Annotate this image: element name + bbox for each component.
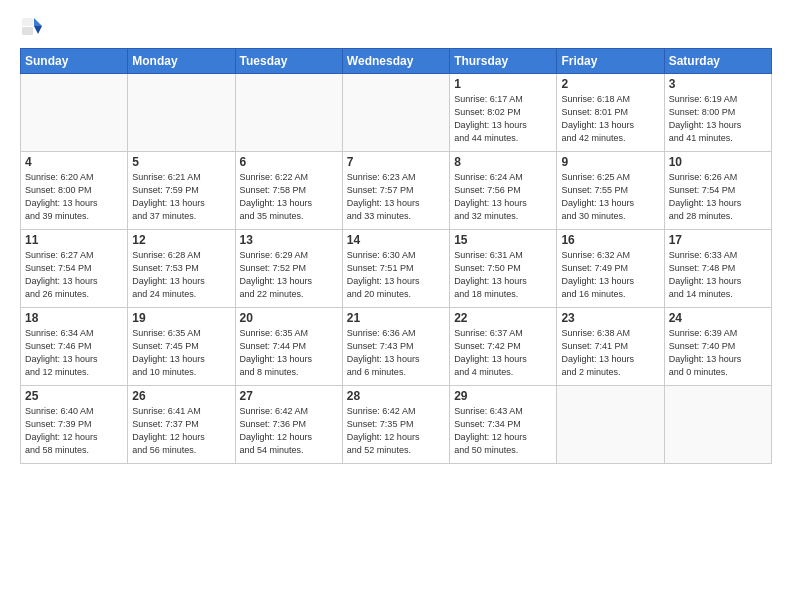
svg-rect-2 — [22, 18, 33, 26]
week-row-5: 25Sunrise: 6:40 AMSunset: 7:39 PMDayligh… — [21, 386, 772, 464]
calendar-cell: 12Sunrise: 6:28 AMSunset: 7:53 PMDayligh… — [128, 230, 235, 308]
day-info: Sunrise: 6:31 AMSunset: 7:50 PMDaylight:… — [454, 249, 552, 301]
day-number: 5 — [132, 155, 230, 169]
weekday-header-thursday: Thursday — [450, 49, 557, 74]
calendar-cell: 28Sunrise: 6:42 AMSunset: 7:35 PMDayligh… — [342, 386, 449, 464]
day-number: 8 — [454, 155, 552, 169]
weekday-header-sunday: Sunday — [21, 49, 128, 74]
day-number: 16 — [561, 233, 659, 247]
calendar-cell: 26Sunrise: 6:41 AMSunset: 7:37 PMDayligh… — [128, 386, 235, 464]
day-info: Sunrise: 6:21 AMSunset: 7:59 PMDaylight:… — [132, 171, 230, 223]
header-area — [20, 16, 772, 40]
day-number: 7 — [347, 155, 445, 169]
logo — [20, 16, 48, 40]
calendar-cell: 11Sunrise: 6:27 AMSunset: 7:54 PMDayligh… — [21, 230, 128, 308]
calendar-cell — [21, 74, 128, 152]
day-info: Sunrise: 6:35 AMSunset: 7:44 PMDaylight:… — [240, 327, 338, 379]
calendar-cell: 22Sunrise: 6:37 AMSunset: 7:42 PMDayligh… — [450, 308, 557, 386]
day-info: Sunrise: 6:23 AMSunset: 7:57 PMDaylight:… — [347, 171, 445, 223]
calendar-cell: 20Sunrise: 6:35 AMSunset: 7:44 PMDayligh… — [235, 308, 342, 386]
weekday-header-wednesday: Wednesday — [342, 49, 449, 74]
day-info: Sunrise: 6:28 AMSunset: 7:53 PMDaylight:… — [132, 249, 230, 301]
calendar-cell: 2Sunrise: 6:18 AMSunset: 8:01 PMDaylight… — [557, 74, 664, 152]
day-number: 13 — [240, 233, 338, 247]
svg-rect-3 — [22, 27, 33, 35]
page: SundayMondayTuesdayWednesdayThursdayFrid… — [0, 0, 792, 474]
day-number: 26 — [132, 389, 230, 403]
day-info: Sunrise: 6:38 AMSunset: 7:41 PMDaylight:… — [561, 327, 659, 379]
day-number: 15 — [454, 233, 552, 247]
calendar-cell — [557, 386, 664, 464]
day-info: Sunrise: 6:20 AMSunset: 8:00 PMDaylight:… — [25, 171, 123, 223]
day-info: Sunrise: 6:35 AMSunset: 7:45 PMDaylight:… — [132, 327, 230, 379]
calendar-cell: 14Sunrise: 6:30 AMSunset: 7:51 PMDayligh… — [342, 230, 449, 308]
logo-icon — [20, 16, 44, 40]
day-number: 18 — [25, 311, 123, 325]
day-number: 10 — [669, 155, 767, 169]
day-number: 1 — [454, 77, 552, 91]
day-info: Sunrise: 6:17 AMSunset: 8:02 PMDaylight:… — [454, 93, 552, 145]
calendar-cell: 13Sunrise: 6:29 AMSunset: 7:52 PMDayligh… — [235, 230, 342, 308]
weekday-header-monday: Monday — [128, 49, 235, 74]
calendar-cell: 29Sunrise: 6:43 AMSunset: 7:34 PMDayligh… — [450, 386, 557, 464]
day-number: 9 — [561, 155, 659, 169]
week-row-4: 18Sunrise: 6:34 AMSunset: 7:46 PMDayligh… — [21, 308, 772, 386]
day-info: Sunrise: 6:24 AMSunset: 7:56 PMDaylight:… — [454, 171, 552, 223]
day-info: Sunrise: 6:19 AMSunset: 8:00 PMDaylight:… — [669, 93, 767, 145]
calendar-cell: 5Sunrise: 6:21 AMSunset: 7:59 PMDaylight… — [128, 152, 235, 230]
calendar-cell: 16Sunrise: 6:32 AMSunset: 7:49 PMDayligh… — [557, 230, 664, 308]
day-number: 29 — [454, 389, 552, 403]
day-info: Sunrise: 6:27 AMSunset: 7:54 PMDaylight:… — [25, 249, 123, 301]
weekday-header-friday: Friday — [557, 49, 664, 74]
day-number: 20 — [240, 311, 338, 325]
day-number: 2 — [561, 77, 659, 91]
day-number: 27 — [240, 389, 338, 403]
day-info: Sunrise: 6:36 AMSunset: 7:43 PMDaylight:… — [347, 327, 445, 379]
day-info: Sunrise: 6:40 AMSunset: 7:39 PMDaylight:… — [25, 405, 123, 457]
calendar-cell: 8Sunrise: 6:24 AMSunset: 7:56 PMDaylight… — [450, 152, 557, 230]
calendar-cell: 18Sunrise: 6:34 AMSunset: 7:46 PMDayligh… — [21, 308, 128, 386]
calendar-cell: 1Sunrise: 6:17 AMSunset: 8:02 PMDaylight… — [450, 74, 557, 152]
day-info: Sunrise: 6:37 AMSunset: 7:42 PMDaylight:… — [454, 327, 552, 379]
calendar-cell: 17Sunrise: 6:33 AMSunset: 7:48 PMDayligh… — [664, 230, 771, 308]
week-row-2: 4Sunrise: 6:20 AMSunset: 8:00 PMDaylight… — [21, 152, 772, 230]
day-number: 14 — [347, 233, 445, 247]
day-info: Sunrise: 6:42 AMSunset: 7:35 PMDaylight:… — [347, 405, 445, 457]
day-number: 22 — [454, 311, 552, 325]
day-number: 21 — [347, 311, 445, 325]
day-number: 24 — [669, 311, 767, 325]
day-number: 19 — [132, 311, 230, 325]
calendar-cell: 9Sunrise: 6:25 AMSunset: 7:55 PMDaylight… — [557, 152, 664, 230]
day-number: 17 — [669, 233, 767, 247]
calendar-cell: 27Sunrise: 6:42 AMSunset: 7:36 PMDayligh… — [235, 386, 342, 464]
day-number: 4 — [25, 155, 123, 169]
day-info: Sunrise: 6:42 AMSunset: 7:36 PMDaylight:… — [240, 405, 338, 457]
calendar-cell: 21Sunrise: 6:36 AMSunset: 7:43 PMDayligh… — [342, 308, 449, 386]
day-info: Sunrise: 6:34 AMSunset: 7:46 PMDaylight:… — [25, 327, 123, 379]
day-number: 25 — [25, 389, 123, 403]
calendar-table: SundayMondayTuesdayWednesdayThursdayFrid… — [20, 48, 772, 464]
calendar-cell: 23Sunrise: 6:38 AMSunset: 7:41 PMDayligh… — [557, 308, 664, 386]
svg-marker-1 — [34, 26, 42, 34]
day-info: Sunrise: 6:18 AMSunset: 8:01 PMDaylight:… — [561, 93, 659, 145]
calendar-cell: 24Sunrise: 6:39 AMSunset: 7:40 PMDayligh… — [664, 308, 771, 386]
calendar-cell — [664, 386, 771, 464]
day-number: 3 — [669, 77, 767, 91]
day-number: 28 — [347, 389, 445, 403]
calendar-cell: 25Sunrise: 6:40 AMSunset: 7:39 PMDayligh… — [21, 386, 128, 464]
day-info: Sunrise: 6:26 AMSunset: 7:54 PMDaylight:… — [669, 171, 767, 223]
week-row-3: 11Sunrise: 6:27 AMSunset: 7:54 PMDayligh… — [21, 230, 772, 308]
svg-marker-0 — [34, 18, 42, 26]
day-number: 6 — [240, 155, 338, 169]
weekday-header-tuesday: Tuesday — [235, 49, 342, 74]
calendar-cell: 6Sunrise: 6:22 AMSunset: 7:58 PMDaylight… — [235, 152, 342, 230]
day-info: Sunrise: 6:30 AMSunset: 7:51 PMDaylight:… — [347, 249, 445, 301]
calendar-cell — [128, 74, 235, 152]
calendar-cell: 15Sunrise: 6:31 AMSunset: 7:50 PMDayligh… — [450, 230, 557, 308]
weekday-header-saturday: Saturday — [664, 49, 771, 74]
calendar-cell — [235, 74, 342, 152]
day-info: Sunrise: 6:22 AMSunset: 7:58 PMDaylight:… — [240, 171, 338, 223]
day-number: 12 — [132, 233, 230, 247]
day-info: Sunrise: 6:33 AMSunset: 7:48 PMDaylight:… — [669, 249, 767, 301]
calendar-cell: 4Sunrise: 6:20 AMSunset: 8:00 PMDaylight… — [21, 152, 128, 230]
